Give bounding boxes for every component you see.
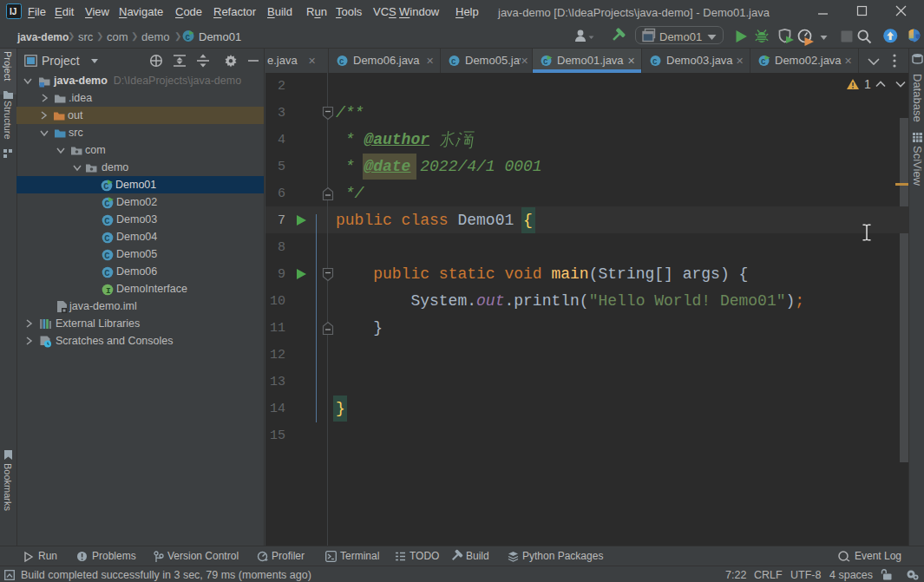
svg-text:C: C	[104, 268, 110, 278]
svg-text:C: C	[104, 216, 110, 226]
svg-text:I: I	[106, 286, 111, 296]
svg-text:C: C	[652, 58, 658, 67]
svg-text:IJ: IJ	[10, 7, 16, 16]
svg-text:C: C	[451, 58, 456, 67]
svg-text:C: C	[104, 233, 110, 244]
svg-text:C: C	[104, 251, 110, 261]
svg-text:C: C	[339, 58, 344, 67]
